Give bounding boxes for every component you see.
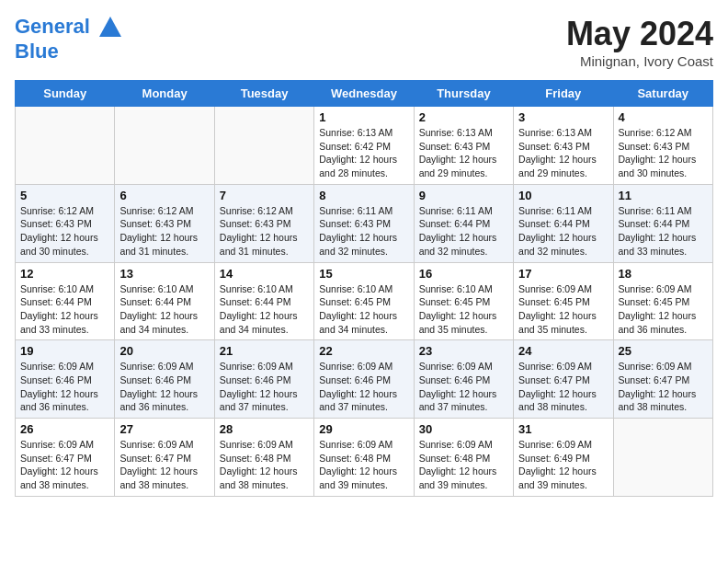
day-info: Sunrise: 6:10 AM Sunset: 6:45 PM Dayligh…	[419, 282, 508, 337]
day-number: 13	[119, 267, 209, 281]
day-number: 10	[518, 189, 608, 202]
calendar-cell: 26Sunrise: 6:09 AM Sunset: 6:47 PM Dayli…	[16, 419, 115, 497]
day-info: Sunrise: 6:09 AM Sunset: 6:47 PM Dayligh…	[619, 360, 708, 414]
day-info: Sunrise: 6:12 AM Sunset: 6:43 PM Dayligh…	[20, 204, 109, 259]
day-number: 28	[220, 422, 309, 436]
calendar-cell: 27Sunrise: 6:09 AM Sunset: 6:47 PM Dayli…	[115, 419, 214, 497]
day-number: 31	[518, 422, 608, 436]
day-number: 4	[619, 110, 708, 124]
calendar-cell: 1Sunrise: 6:13 AM Sunset: 6:42 PM Daylig…	[314, 107, 414, 185]
calendar-cell: 30Sunrise: 6:09 AM Sunset: 6:48 PM Dayli…	[414, 419, 513, 497]
page-header: General Blue May 2024 Minignan, Ivory Co…	[15, 15, 713, 69]
calendar-cell: 25Sunrise: 6:09 AM Sunset: 6:47 PM Dayli…	[613, 340, 712, 419]
day-number: 25	[619, 344, 708, 358]
logo-icon	[97, 15, 123, 40]
calendar-cell: 8Sunrise: 6:11 AM Sunset: 6:43 PM Daylig…	[314, 184, 414, 262]
day-info: Sunrise: 6:09 AM Sunset: 6:48 PM Dayligh…	[319, 438, 408, 492]
day-of-week-header: Tuesday	[214, 81, 313, 107]
day-of-week-header: Monday	[115, 81, 214, 107]
day-info: Sunrise: 6:09 AM Sunset: 6:45 PM Dayligh…	[518, 282, 608, 337]
day-number: 22	[319, 344, 408, 358]
calendar-cell: 4Sunrise: 6:12 AM Sunset: 6:43 PM Daylig…	[613, 107, 712, 185]
day-number: 5	[20, 189, 109, 202]
day-number: 19	[20, 344, 109, 358]
calendar-cell: 31Sunrise: 6:09 AM Sunset: 6:49 PM Dayli…	[514, 419, 613, 497]
day-number: 30	[419, 422, 508, 436]
calendar-cell: 6Sunrise: 6:12 AM Sunset: 6:43 PM Daylig…	[115, 184, 214, 262]
location-subtitle: Minignan, Ivory Coast	[566, 53, 713, 69]
day-info: Sunrise: 6:13 AM Sunset: 6:42 PM Dayligh…	[319, 126, 408, 180]
day-info: Sunrise: 6:09 AM Sunset: 6:46 PM Dayligh…	[319, 360, 408, 414]
calendar-cell	[613, 419, 712, 497]
day-number: 15	[319, 267, 408, 281]
day-info: Sunrise: 6:12 AM Sunset: 6:43 PM Dayligh…	[220, 204, 309, 259]
calendar-cell: 9Sunrise: 6:11 AM Sunset: 6:44 PM Daylig…	[414, 184, 513, 262]
calendar-cell: 13Sunrise: 6:10 AM Sunset: 6:44 PM Dayli…	[115, 262, 214, 340]
day-of-week-header: Sunday	[16, 81, 115, 107]
calendar-week-row: 19Sunrise: 6:09 AM Sunset: 6:46 PM Dayli…	[16, 340, 713, 419]
day-of-week-header: Friday	[514, 81, 613, 107]
calendar-week-row: 26Sunrise: 6:09 AM Sunset: 6:47 PM Dayli…	[16, 419, 713, 497]
day-info: Sunrise: 6:11 AM Sunset: 6:43 PM Dayligh…	[319, 204, 408, 259]
calendar-cell: 16Sunrise: 6:10 AM Sunset: 6:45 PM Dayli…	[414, 262, 513, 340]
calendar-cell: 29Sunrise: 6:09 AM Sunset: 6:48 PM Dayli…	[314, 419, 414, 497]
calendar-cell	[214, 107, 313, 185]
day-number: 27	[119, 422, 209, 436]
day-info: Sunrise: 6:09 AM Sunset: 6:46 PM Dayligh…	[220, 360, 309, 414]
day-info: Sunrise: 6:11 AM Sunset: 6:44 PM Dayligh…	[518, 204, 608, 259]
calendar-cell: 21Sunrise: 6:09 AM Sunset: 6:46 PM Dayli…	[214, 340, 313, 419]
day-info: Sunrise: 6:10 AM Sunset: 6:44 PM Dayligh…	[220, 282, 309, 337]
days-of-week-row: SundayMondayTuesdayWednesdayThursdayFrid…	[16, 81, 713, 107]
day-info: Sunrise: 6:09 AM Sunset: 6:47 PM Dayligh…	[119, 438, 209, 492]
day-number: 1	[319, 110, 408, 124]
calendar-cell: 19Sunrise: 6:09 AM Sunset: 6:46 PM Dayli…	[16, 340, 115, 419]
day-number: 24	[518, 344, 608, 358]
calendar-cell: 15Sunrise: 6:10 AM Sunset: 6:45 PM Dayli…	[314, 262, 414, 340]
day-number: 18	[619, 267, 708, 281]
day-info: Sunrise: 6:09 AM Sunset: 6:46 PM Dayligh…	[119, 360, 209, 414]
calendar-cell: 17Sunrise: 6:09 AM Sunset: 6:45 PM Dayli…	[514, 262, 613, 340]
day-number: 7	[220, 189, 309, 202]
month-title: May 2024	[566, 15, 713, 53]
day-info: Sunrise: 6:12 AM Sunset: 6:43 PM Dayligh…	[619, 126, 708, 180]
day-number: 14	[220, 267, 309, 281]
day-number: 11	[619, 189, 708, 202]
day-number: 6	[119, 189, 209, 202]
day-info: Sunrise: 6:11 AM Sunset: 6:44 PM Dayligh…	[419, 204, 508, 259]
day-number: 20	[119, 344, 209, 358]
day-number: 23	[419, 344, 508, 358]
calendar-cell: 2Sunrise: 6:13 AM Sunset: 6:43 PM Daylig…	[414, 107, 513, 185]
day-info: Sunrise: 6:10 AM Sunset: 6:44 PM Dayligh…	[119, 282, 209, 337]
calendar-cell: 3Sunrise: 6:13 AM Sunset: 6:43 PM Daylig…	[514, 107, 613, 185]
calendar-week-row: 5Sunrise: 6:12 AM Sunset: 6:43 PM Daylig…	[16, 184, 713, 262]
calendar-cell: 24Sunrise: 6:09 AM Sunset: 6:47 PM Dayli…	[514, 340, 613, 419]
day-number: 17	[518, 267, 608, 281]
day-number: 21	[220, 344, 309, 358]
day-of-week-header: Saturday	[613, 81, 712, 107]
calendar-body: 1Sunrise: 6:13 AM Sunset: 6:42 PM Daylig…	[16, 107, 713, 497]
day-info: Sunrise: 6:11 AM Sunset: 6:44 PM Dayligh…	[619, 204, 708, 259]
day-info: Sunrise: 6:09 AM Sunset: 6:45 PM Dayligh…	[619, 282, 708, 337]
calendar-week-row: 12Sunrise: 6:10 AM Sunset: 6:44 PM Dayli…	[16, 262, 713, 340]
calendar-cell: 20Sunrise: 6:09 AM Sunset: 6:46 PM Dayli…	[115, 340, 214, 419]
day-number: 8	[319, 189, 408, 202]
day-info: Sunrise: 6:10 AM Sunset: 6:44 PM Dayligh…	[20, 282, 109, 337]
day-of-week-header: Wednesday	[314, 81, 414, 107]
title-area: May 2024 Minignan, Ivory Coast	[566, 15, 713, 69]
day-number: 16	[419, 267, 508, 281]
day-of-week-header: Thursday	[414, 81, 513, 107]
day-info: Sunrise: 6:09 AM Sunset: 6:49 PM Dayligh…	[518, 438, 608, 492]
svg-marker-0	[99, 17, 121, 37]
calendar-cell: 28Sunrise: 6:09 AM Sunset: 6:48 PM Dayli…	[214, 419, 313, 497]
day-number: 29	[319, 422, 408, 436]
calendar-week-row: 1Sunrise: 6:13 AM Sunset: 6:42 PM Daylig…	[16, 107, 713, 185]
logo: General Blue	[15, 15, 123, 63]
logo-text: General	[15, 15, 123, 40]
day-info: Sunrise: 6:09 AM Sunset: 6:46 PM Dayligh…	[20, 360, 109, 414]
day-info: Sunrise: 6:12 AM Sunset: 6:43 PM Dayligh…	[119, 204, 209, 259]
calendar-cell	[115, 107, 214, 185]
calendar-cell: 23Sunrise: 6:09 AM Sunset: 6:46 PM Dayli…	[414, 340, 513, 419]
logo-blue: Blue	[15, 40, 123, 63]
calendar-cell: 12Sunrise: 6:10 AM Sunset: 6:44 PM Dayli…	[16, 262, 115, 340]
day-number: 3	[518, 110, 608, 124]
